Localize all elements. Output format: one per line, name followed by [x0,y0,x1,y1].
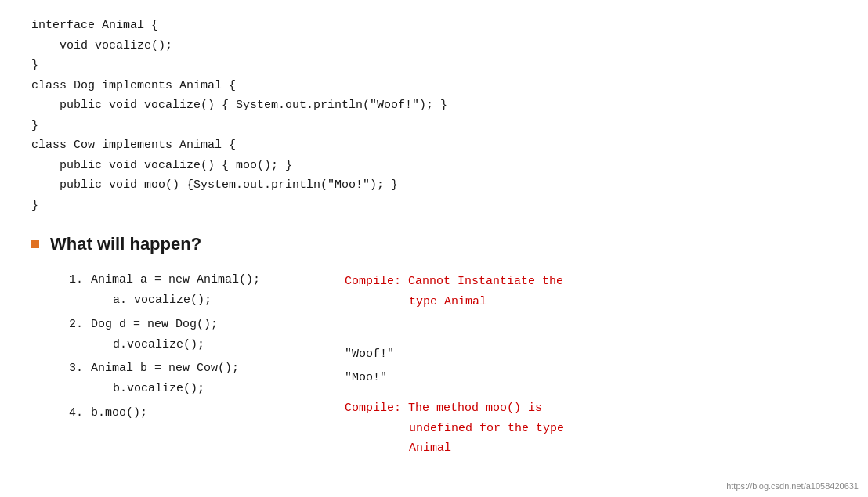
question-heading: What will happen? [31,234,837,254]
item-number: 4. [69,403,91,423]
watermark: https://blog.csdn.net/a1058420631 [726,481,859,491]
numbered-list: 1. Animal a = new Animal(); a. vocalize(… [47,270,313,423]
result-spacer-2 [345,391,837,395]
code-text: interface Animal { void vocalize(); } cl… [31,16,837,215]
result-label: Compile: The method moo() is [345,402,542,415]
item-code: Animal a = new Animal(); a. vocalize(); [91,270,260,312]
results-panel: Compile: Cannot Instantiate the type Ani… [345,270,837,459]
result-moo: "Moo!" [345,368,837,388]
result-text: type Animal [345,292,837,312]
result-label: Compile: Cannot Instantiate the [345,275,563,288]
question-bullet [31,240,39,248]
qa-section: 1. Animal a = new Animal(); a. vocalize(… [47,270,837,459]
item-number: 1. [69,270,91,290]
code-block: interface Animal { void vocalize(); } cl… [31,16,837,215]
result-compile-2: Compile: The method moo() is undefined f… [345,398,837,459]
item-number: 3. [69,358,91,379]
list-item: 2. Dog d = new Dog(); d.vocalize(); [69,315,313,356]
list-item: 4. b.moo(); [69,403,313,423]
list-item: 1. Animal a = new Animal(); a. vocalize(… [69,270,313,312]
item-line1: Animal b = new Cow(); [91,358,239,379]
item-line2: d.vocalize(); [91,335,218,355]
result-spacer-1 [345,315,837,341]
item-code: Animal b = new Cow(); b.vocalize(); [91,358,239,400]
result-text: "Moo!" [345,371,387,384]
result-text-line2: undefined for the type [345,419,837,439]
result-text: "Woof!" [345,348,394,361]
result-compile-1: Compile: Cannot Instantiate the type Ani… [345,272,837,312]
item-line1: Dog d = new Dog(); [91,315,218,335]
item-line1: Animal a = new Animal(); [91,270,260,290]
result-text-line3: Animal [345,438,837,459]
item-code: Dog d = new Dog(); d.vocalize(); [91,315,218,356]
result-woof: "Woof!" [345,344,837,365]
item-code: b.moo(); [91,403,147,423]
item-line2: a. vocalize(); [91,290,260,311]
item-line2: b.vocalize(); [91,379,239,399]
item-number: 2. [69,315,91,335]
code-list: 1. Animal a = new Animal(); a. vocalize(… [47,270,313,459]
item-line1: b.moo(); [91,403,147,423]
question-text: What will happen? [50,234,201,254]
list-item: 3. Animal b = new Cow(); b.vocalize(); [69,358,313,400]
